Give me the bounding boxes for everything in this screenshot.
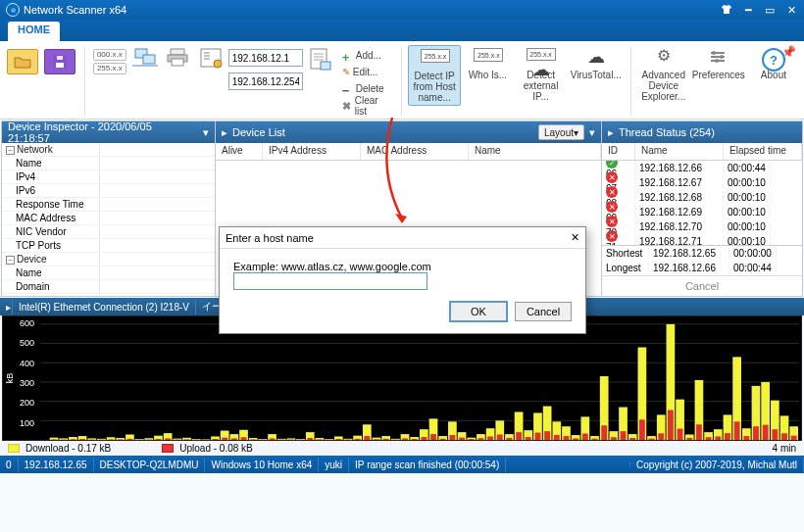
- ip-last-chip[interactable]: 255.x.x: [93, 63, 126, 74]
- tree-item[interactable]: NIC Vendor: [2, 225, 100, 238]
- layout-button[interactable]: Layout ▾: [538, 124, 584, 140]
- column-header[interactable]: IPv4 Address: [263, 143, 361, 160]
- svg-rect-116: [184, 439, 190, 440]
- svg-rect-157: [573, 438, 578, 440]
- prefs-icon: [705, 48, 732, 68]
- device-inspector-panel: Device Inspector - 2020/06/05 21:18:57▾ …: [2, 121, 216, 296]
- tshirt-icon[interactable]: [716, 1, 737, 19]
- edit-cmd[interactable]: ✎Edit...: [338, 64, 393, 80]
- svg-rect-164: [639, 419, 645, 440]
- hostname-dialog: Enter a host name✕ Example: www.atlas.cz…: [219, 226, 586, 334]
- svg-rect-166: [658, 433, 664, 440]
- cancel-threads-button[interactable]: Cancel: [685, 280, 719, 292]
- close-icon[interactable]: ✕: [780, 1, 802, 19]
- svg-rect-142: [430, 434, 436, 440]
- maximize-icon[interactable]: ▭: [759, 1, 780, 19]
- whois-button[interactable]: 255.x.x Who Is...: [461, 45, 514, 82]
- svg-rect-172: [715, 436, 721, 440]
- status-bar: 0 192.168.12.65 DESKTOP-Q2LMDMU Windows …: [0, 456, 804, 473]
- tree-item[interactable]: Name: [2, 157, 100, 169]
- svg-rect-171: [706, 437, 712, 440]
- column-header[interactable]: Alive: [216, 143, 263, 160]
- svg-rect-129: [307, 438, 313, 440]
- ip-from-input[interactable]: [228, 49, 303, 67]
- app-icon: [6, 3, 20, 17]
- svg-rect-1: [56, 63, 64, 68]
- svg-rect-136: [374, 439, 379, 440]
- tree-item[interactable]: MAC Address: [2, 212, 100, 224]
- virustotal-button[interactable]: ☁ VirusTotal...: [568, 45, 625, 82]
- tree-item[interactable]: IPv4: [2, 170, 100, 183]
- svg-rect-174: [734, 421, 740, 440]
- svg-rect-2: [57, 56, 63, 60]
- svg-rect-148: [487, 436, 493, 440]
- svg-rect-137: [383, 439, 389, 440]
- tab-home[interactable]: HOME: [8, 22, 60, 41]
- svg-rect-120: [222, 438, 227, 440]
- save-icon[interactable]: [44, 49, 75, 74]
- tree-group[interactable]: −Network: [2, 143, 100, 156]
- svg-rect-141: [421, 437, 427, 440]
- error-icon: ✕: [606, 186, 618, 198]
- tree-item[interactable]: Domain: [2, 280, 100, 293]
- panel-menu-icon[interactable]: ▾: [589, 126, 595, 139]
- detect-ip-button[interactable]: 255.x.x Detect IP from Host name...: [408, 45, 461, 106]
- panel-menu-icon[interactable]: ▾: [203, 126, 209, 139]
- column-header[interactable]: Name: [469, 143, 601, 160]
- svg-rect-134: [355, 439, 361, 440]
- add-cmd[interactable]: +Add...: [338, 47, 393, 64]
- cancel-button[interactable]: Cancel: [515, 302, 572, 321]
- x-axis-label: 4 min: [773, 443, 796, 454]
- svg-rect-139: [402, 438, 408, 440]
- hostname-input[interactable]: [233, 272, 427, 290]
- ip-first-chip[interactable]: 000.x.x: [93, 49, 126, 61]
- svg-rect-155: [554, 435, 560, 440]
- thread-row[interactable]: ✕ 71192.168.12.7100:00:10: [602, 234, 802, 245]
- dialog-title: Enter a host name: [226, 232, 314, 244]
- list-icon[interactable]: [198, 47, 226, 69]
- ip-to-input[interactable]: [228, 73, 303, 90]
- preferences-button[interactable]: Preferences: [690, 45, 747, 82]
- tree-item[interactable]: Name: [2, 266, 100, 279]
- tree-item[interactable]: Response Time: [2, 198, 100, 211]
- detect-external-button[interactable]: 255.x.x☁ Detect external IP...: [514, 45, 567, 104]
- svg-point-13: [720, 55, 724, 59]
- dialog-close-icon[interactable]: ✕: [571, 231, 579, 244]
- svg-point-14: [715, 59, 719, 63]
- minimize-icon[interactable]: ━: [737, 1, 759, 19]
- error-icon: ✕: [606, 201, 618, 213]
- advanced-device-button[interactable]: ⚙ Advanced Device Explorer...: [637, 45, 690, 104]
- svg-rect-180: [791, 436, 797, 440]
- tree-item[interactable]: IPv6: [2, 184, 100, 197]
- svg-rect-151: [516, 432, 522, 440]
- svg-rect-169: [686, 438, 692, 440]
- app-window: Network Scanner x64 ━ ▭ ✕ HOME 000.x.x 2…: [0, 0, 804, 532]
- svg-rect-110: [127, 439, 133, 440]
- thread-toggle-icon[interactable]: ▸: [608, 126, 614, 139]
- svg-rect-154: [544, 431, 550, 440]
- svg-point-9: [214, 60, 222, 68]
- open-icon[interactable]: [7, 49, 38, 74]
- tree-item[interactable]: TCP Ports: [2, 239, 100, 252]
- printer-icon[interactable]: [165, 47, 192, 69]
- column-header[interactable]: MAC Address: [361, 143, 469, 160]
- ribbon: 000.x.x 255.x.x +Add... ✎Edit... −Delete…: [0, 41, 804, 120]
- svg-rect-4: [143, 55, 155, 64]
- svg-rect-119: [213, 439, 219, 440]
- svg-rect-163: [629, 438, 635, 440]
- svg-rect-168: [678, 429, 683, 440]
- svg-rect-153: [535, 433, 541, 440]
- cloud-flag-icon: ☁: [582, 48, 610, 68]
- pin-icon[interactable]: 📌: [781, 45, 796, 59]
- titlebar[interactable]: Network Scanner x64 ━ ▭ ✕: [0, 0, 804, 20]
- svg-rect-177: [763, 425, 769, 440]
- tree-group[interactable]: −Device: [2, 253, 100, 266]
- clear-cmd[interactable]: ✖Clear list: [338, 97, 393, 114]
- doc-icon[interactable]: [307, 47, 332, 73]
- list-toggle-icon[interactable]: ▸: [222, 126, 227, 139]
- scanner-icon[interactable]: [131, 47, 159, 69]
- download-swatch: [8, 444, 20, 453]
- tree-item[interactable]: User: [2, 294, 100, 296]
- ok-button[interactable]: OK: [450, 302, 507, 321]
- svg-rect-161: [611, 437, 617, 440]
